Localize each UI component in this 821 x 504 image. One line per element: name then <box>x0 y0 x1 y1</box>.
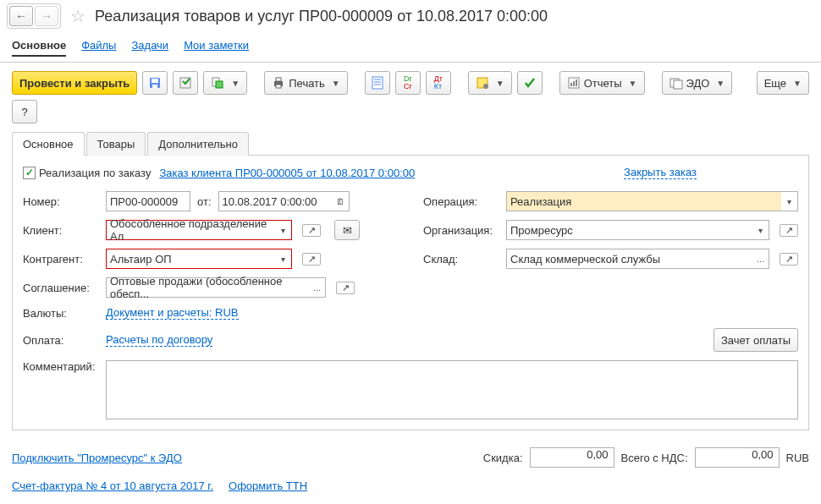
svg-rect-1 <box>152 79 158 83</box>
partner-dropdown-icon[interactable]: ▾ <box>275 249 292 269</box>
total-label: Всего с НДС: <box>621 452 688 464</box>
number-label: Номер: <box>23 195 99 208</box>
agreement-open-button[interactable]: ↗ <box>336 282 355 294</box>
svg-rect-8 <box>276 85 281 88</box>
drcr-button[interactable]: DrCr <box>395 71 421 95</box>
discount-input[interactable]: 0,00 <box>530 447 614 468</box>
navtab-tasks[interactable]: Задачи <box>131 36 168 57</box>
warehouse-input[interactable]: Склад коммерческой службы <box>506 249 752 269</box>
svg-rect-9 <box>372 77 383 89</box>
svg-rect-5 <box>216 81 223 88</box>
navtab-files[interactable]: Файлы <box>81 36 116 57</box>
payment-offset-button[interactable]: Зачет оплаты <box>714 328 798 352</box>
post-button[interactable] <box>173 71 198 95</box>
number-input[interactable]: ПР00-000009 <box>106 191 190 211</box>
partner-open-button[interactable]: ↗ <box>302 253 321 266</box>
order-link[interactable]: Заказ клиента ПР00-000005 от 10.08.2017 … <box>159 167 415 179</box>
nav-forward-button[interactable]: → <box>35 6 58 26</box>
date-input[interactable]: 10.08.2017 0:00:00 <box>218 191 333 211</box>
partner-input[interactable]: Альтаир ОП <box>106 249 275 269</box>
navtab-notes[interactable]: Мои заметки <box>184 36 249 57</box>
by-order-checkbox[interactable]: ✓ Реализация по заказу <box>23 167 151 179</box>
operation-input[interactable]: Реализация <box>506 191 781 211</box>
close-order-link[interactable]: Закрыть заказ <box>624 166 697 179</box>
save-button[interactable] <box>142 71 168 95</box>
svg-point-14 <box>483 84 488 89</box>
favorite-star-icon[interactable]: ☆ <box>68 6 88 26</box>
client-open-button[interactable]: ↗ <box>302 224 321 237</box>
operation-label: Операция: <box>423 195 499 208</box>
mail-button[interactable]: ✉ <box>334 220 360 240</box>
reports-button[interactable]: Отчеты▼ <box>559 71 645 95</box>
nav-back-button[interactable]: ← <box>9 6 33 26</box>
calendar-icon[interactable]: 🗓 <box>333 191 350 211</box>
svg-rect-16 <box>570 83 572 86</box>
connect-edo-link[interactable]: Подключить "Промресурс" к ЭДО <box>12 452 182 464</box>
client-dropdown-icon[interactable]: ▾ <box>275 220 292 240</box>
svg-rect-2 <box>152 85 157 88</box>
doc-button[interactable] <box>365 71 390 95</box>
create-based-button[interactable]: ▼ <box>203 71 247 95</box>
svg-rect-7 <box>276 78 281 81</box>
approve-button[interactable] <box>517 71 543 95</box>
check-icon: ✓ <box>23 167 36 179</box>
agreement-label: Соглашение: <box>23 282 99 294</box>
more-button[interactable]: Еще▼ <box>757 71 809 95</box>
tab-main[interactable]: Основное <box>12 132 85 156</box>
comment-textarea[interactable] <box>106 360 798 419</box>
currency-label-footer: RUB <box>786 452 809 464</box>
operation-dropdown-icon[interactable]: ▾ <box>781 191 798 211</box>
navtab-main[interactable]: Основное <box>12 36 66 57</box>
ttn-link[interactable]: Оформить ТТН <box>229 479 307 492</box>
warehouse-open-button[interactable]: ↗ <box>780 253 798 266</box>
currency-link[interactable]: Документ и расчеты: RUB <box>106 306 239 320</box>
help-button[interactable]: ? <box>12 100 37 123</box>
edo-button[interactable]: ЭДО▼ <box>662 71 733 95</box>
agreement-picker-icon[interactable]: … <box>309 277 326 298</box>
payment-label: Оплата: <box>23 334 99 347</box>
organization-label: Организация: <box>423 224 499 237</box>
client-input[interactable]: Обособленное подразделение Ал <box>106 220 275 240</box>
post-and-close-button[interactable]: Провести и закрыть <box>12 71 137 95</box>
invoice-link[interactable]: Счет-фактура № 4 от 10 августа 2017 г. <box>12 479 213 492</box>
organization-input[interactable]: Промресурс <box>506 220 752 240</box>
settings-button[interactable]: ▼ <box>468 71 512 95</box>
partner-label: Контрагент: <box>23 253 99 266</box>
svg-rect-17 <box>573 81 575 86</box>
warehouse-picker-icon[interactable]: … <box>752 249 769 269</box>
svg-rect-20 <box>674 80 682 89</box>
comment-label: Комментарий: <box>23 360 99 373</box>
print-button[interactable]: Печать▼ <box>264 71 348 95</box>
organization-open-button[interactable]: ↗ <box>780 224 798 237</box>
currency-label: Валюты: <box>23 307 99 320</box>
client-label: Клиент: <box>23 224 99 237</box>
agreement-input[interactable]: Оптовые продажи (обособленное обесп... <box>106 277 309 298</box>
total-input[interactable]: 0,00 <box>695 447 780 468</box>
tab-extra[interactable]: Дополнительно <box>147 132 249 156</box>
payment-link[interactable]: Расчеты по договору <box>106 333 212 347</box>
svg-rect-18 <box>576 79 577 86</box>
page-title: Реализация товаров и услуг ПР00-000009 о… <box>95 8 548 25</box>
discount-label: Скидка: <box>483 452 523 464</box>
warehouse-label: Склад: <box>423 253 499 266</box>
organization-dropdown-icon[interactable]: ▾ <box>752 220 769 240</box>
tab-goods[interactable]: Товары <box>86 132 146 156</box>
dtkt-button[interactable]: ДтКт <box>426 71 451 95</box>
